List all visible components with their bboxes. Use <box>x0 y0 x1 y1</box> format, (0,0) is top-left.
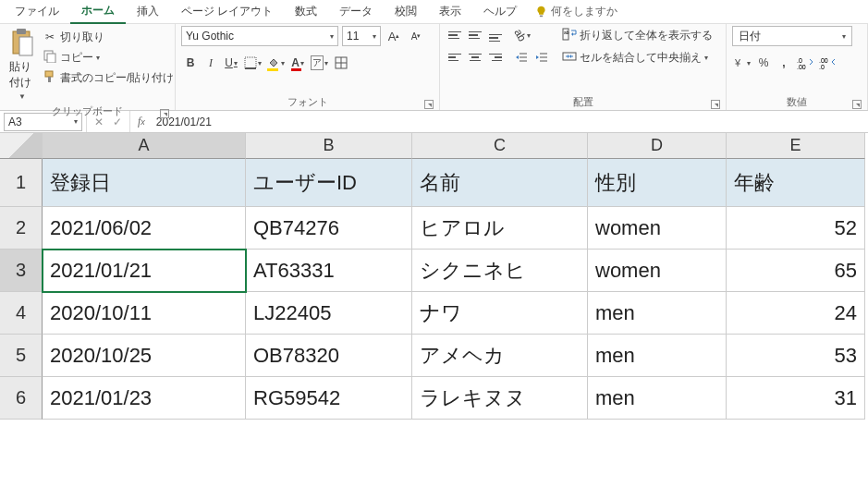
align-right-button[interactable] <box>486 48 505 67</box>
cell[interactable]: 2020/10/25 <box>43 335 246 377</box>
row-header[interactable]: 5 <box>0 335 43 377</box>
col-header-e[interactable]: E <box>727 133 865 159</box>
cell[interactable]: 名前 <box>412 159 588 207</box>
decrease-indent-button[interactable] <box>512 48 531 67</box>
cell[interactable]: 24 <box>727 292 865 335</box>
menu-view[interactable]: 表示 <box>428 0 472 23</box>
menu-help[interactable]: ヘルプ <box>472 0 528 23</box>
align-launcher[interactable] <box>711 100 720 109</box>
clipboard-launcher[interactable] <box>160 109 169 118</box>
cell[interactable]: QB74276 <box>246 207 412 250</box>
cell[interactable]: 2020/10/11 <box>43 292 246 335</box>
group-alignment: ab▾ ab 折り返して全体を表示する セルを結合して中央揃え▾ <box>440 24 727 110</box>
menu-review[interactable]: 校閲 <box>384 0 428 23</box>
svg-text:.0: .0 <box>797 57 802 64</box>
formula-input[interactable]: 2021/01/21 <box>153 116 868 128</box>
row-header-1[interactable]: 1 <box>0 159 43 207</box>
cut-button[interactable]: ✂ 切り取り <box>43 28 174 46</box>
cell-selected[interactable]: 2021/01/21 <box>43 250 246 292</box>
group-font: Yu Gothic▾ 11▾ A▴ A▾ B I U▾ ▾ ▾ A▾ ア▾ フォ… <box>176 24 440 110</box>
menu-pagelayout[interactable]: ページ レイアウト <box>170 0 284 23</box>
font-launcher[interactable] <box>424 100 434 109</box>
row-header[interactable]: 6 <box>0 377 43 420</box>
col-header-a[interactable]: A <box>43 133 246 159</box>
accounting-format-button[interactable]: ¥▾ <box>732 54 752 72</box>
cell[interactable]: men <box>588 377 727 420</box>
cell[interactable]: RG59542 <box>246 377 412 420</box>
menu-file[interactable]: ファイル <box>4 0 70 23</box>
menu-formulas[interactable]: 数式 <box>284 0 328 23</box>
col-header-d[interactable]: D <box>588 133 727 159</box>
select-all-corner[interactable] <box>0 133 43 159</box>
cell[interactable]: 年齢 <box>727 159 865 207</box>
increase-decimal-button[interactable]: .0.00 <box>795 54 815 72</box>
clipboard-group-label: クリップボード <box>52 105 123 116</box>
svg-text:.0: .0 <box>819 64 825 69</box>
group-clipboard: 貼り付け ▼ ✂ 切り取り コピー▾ 書式のコピー/貼り付け クリップボード <box>0 24 176 110</box>
cell[interactable]: ヒアロル <box>412 207 588 250</box>
align-left-button[interactable] <box>446 48 464 67</box>
paste-icon <box>9 28 35 57</box>
font-name-select[interactable]: Yu Gothic▾ <box>181 26 338 46</box>
tell-me[interactable]: 何をしますか <box>535 4 617 19</box>
cell[interactable]: ユーザーID <box>246 159 412 207</box>
copy-label: コピー <box>60 50 93 66</box>
cell[interactable]: 登録日 <box>43 159 246 207</box>
copy-button[interactable]: コピー▾ <box>43 48 174 67</box>
cell[interactable]: 53 <box>727 335 865 377</box>
cell[interactable]: 31 <box>727 377 865 420</box>
cell[interactable]: シクニネヒ <box>412 250 588 292</box>
font-group-label: フォント <box>287 96 328 107</box>
cell[interactable]: men <box>588 292 727 335</box>
cell[interactable]: women <box>588 250 727 292</box>
align-center-button[interactable] <box>466 48 484 67</box>
bold-button[interactable]: B <box>181 54 200 72</box>
cell[interactable]: 65 <box>727 250 865 292</box>
cell[interactable]: アメヘカ <box>412 335 588 377</box>
increase-font-button[interactable]: A▴ <box>385 27 403 45</box>
align-top-button[interactable] <box>446 26 464 44</box>
row-header[interactable]: 2 <box>0 207 43 250</box>
menu-data[interactable]: データ <box>328 0 384 23</box>
cell[interactable]: OB78320 <box>246 335 412 377</box>
cell[interactable]: 性別 <box>588 159 727 207</box>
menu-home[interactable]: ホーム <box>70 0 126 24</box>
cell[interactable]: ナワ <box>412 292 588 335</box>
wrap-text-button[interactable]: ab 折り返して全体を表示する <box>562 26 713 44</box>
row-header[interactable]: 3 <box>0 250 43 292</box>
decrease-font-button[interactable]: A▾ <box>407 27 425 45</box>
comma-button[interactable]: , <box>775 54 793 72</box>
underline-button[interactable]: U▾ <box>222 54 240 72</box>
ruby-button[interactable]: ア▾ <box>309 54 330 72</box>
cell[interactable]: men <box>588 335 727 377</box>
format-painter-button[interactable]: 書式のコピー/貼り付け <box>43 68 174 87</box>
font-color-button[interactable]: A▾ <box>288 54 307 72</box>
align-middle-button[interactable] <box>466 26 484 44</box>
number-format-select[interactable]: 日付▾ <box>732 26 852 46</box>
decrease-decimal-button[interactable]: .00.0 <box>817 54 837 72</box>
orientation-button[interactable]: ab▾ <box>512 26 532 44</box>
cell[interactable]: ラレキヌヌ <box>412 377 588 420</box>
cell[interactable]: 52 <box>727 207 865 250</box>
cell[interactable]: 2021/06/02 <box>43 207 246 250</box>
cell-style-button[interactable] <box>332 54 350 72</box>
cell[interactable]: women <box>588 207 727 250</box>
align-bottom-button[interactable] <box>486 26 505 44</box>
table-row: 3 2021/01/21 AT63331 シクニネヒ women 65 <box>0 250 868 292</box>
menu-insert[interactable]: 挿入 <box>126 0 170 23</box>
percent-button[interactable]: % <box>754 54 773 72</box>
col-header-c[interactable]: C <box>412 133 588 159</box>
cell[interactable]: AT63331 <box>246 250 412 292</box>
paste-button[interactable]: 貼り付け ▼ <box>6 26 39 103</box>
italic-button[interactable]: I <box>202 54 220 72</box>
number-launcher[interactable] <box>852 100 862 109</box>
increase-indent-button[interactable] <box>532 48 551 67</box>
row-header[interactable]: 4 <box>0 292 43 335</box>
border-button[interactable]: ▾ <box>242 54 263 72</box>
cell[interactable]: LJ22405 <box>246 292 412 335</box>
cell[interactable]: 2021/01/23 <box>43 377 246 420</box>
font-size-select[interactable]: 11▾ <box>342 26 381 46</box>
fill-color-button[interactable]: ▾ <box>265 54 287 72</box>
merge-center-button[interactable]: セルを結合して中央揃え▾ <box>562 48 713 67</box>
col-header-b[interactable]: B <box>246 133 412 159</box>
